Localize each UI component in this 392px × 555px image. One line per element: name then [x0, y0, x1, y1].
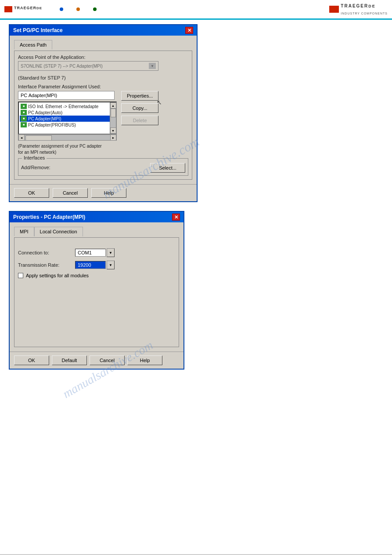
- nav-dots: [60, 7, 97, 11]
- transmission-input-group: 19200 ▼: [75, 261, 115, 269]
- add-remove-label: Add/Remove:: [21, 165, 50, 170]
- interfaces-group-label: Interfaces: [22, 155, 47, 160]
- list-icon-1: ■: [21, 110, 27, 115]
- connection-label: Connection to:: [18, 250, 75, 255]
- apply-checkbox-label: Apply settings for all modules: [26, 273, 89, 278]
- standard-text: (Standard for STEP 7): [18, 75, 188, 80]
- nav-dot-green: [93, 7, 97, 11]
- scroll-thumb[interactable]: [111, 109, 116, 117]
- transmission-row: Transmission Rate: 19200 ▼: [18, 261, 175, 269]
- dialog2-body: MPI Local Connection Connection to: COM1…: [10, 222, 183, 352]
- list-icon-0: ■: [21, 104, 27, 109]
- connection-input-group: COM1 ▼: [75, 248, 115, 257]
- access-point-value: S7ONLINE (STEP 7) --> PC Adapter(MPI): [21, 64, 103, 69]
- interface-buttons: Properties... ↖ Copy... Delete: [121, 91, 158, 141]
- cancel-button-1[interactable]: Cancel: [53, 188, 88, 198]
- logo-name: TRAEGERDE: [341, 4, 388, 12]
- list-icon-3: ■: [21, 122, 27, 127]
- interface-text-input[interactable]: PC Adapter(MPI): [18, 91, 115, 100]
- logo-left: TRAEGERDE: [4, 6, 42, 13]
- nav-dot-blue: [60, 7, 63, 11]
- ok-button-2[interactable]: OK: [14, 355, 49, 365]
- dialog-set-pgpc: Set PG/PC Interface ✕ Access Path Access…: [9, 24, 198, 202]
- main-content: Set PG/PC Interface ✕ Access Path Access…: [0, 20, 392, 383]
- list-item-0[interactable]: ■ ISO Ind. Ethernet -> Ethernetadapte: [20, 103, 115, 109]
- scroll-up-btn[interactable]: ▲: [110, 102, 116, 109]
- dialog2-titlebar: Properties - PC Adapter(MPI) ✕: [10, 212, 183, 222]
- transmission-dropdown-btn[interactable]: ▼: [107, 261, 115, 269]
- dialog1-body: Access Path Access Point of the Applicat…: [10, 36, 197, 184]
- access-point-dropdown[interactable]: S7ONLINE (STEP 7) --> PC Adapter(MPI) ▼: [18, 61, 158, 71]
- hscroll-left-btn[interactable]: ◄: [18, 134, 25, 141]
- logo-text-right: TRAEGERDE INDUSTRY COMPONENTS: [341, 4, 388, 15]
- list-box-inner: ■ ISO Ind. Ethernet -> Ethernetadapte ■ …: [19, 102, 116, 129]
- interfaces-group: Interfaces Add/Remove: Select...: [18, 158, 188, 176]
- list-item-3[interactable]: ■ PC Adapter(PROFIBUS): [20, 122, 115, 128]
- apply-checkbox[interactable]: [18, 273, 23, 278]
- access-point-arrow[interactable]: ▼: [149, 63, 156, 69]
- dialog1-inner: Access Point of the Application: S7ONLIN…: [14, 51, 192, 180]
- logo-icon-right: [329, 6, 339, 13]
- nav-dot-orange: [76, 7, 80, 11]
- dialog1-titlebar: Set PG/PC Interface ✕: [10, 25, 197, 36]
- properties-button[interactable]: Properties...: [121, 91, 158, 101]
- dialog1-title: Set PG/PC Interface: [13, 27, 63, 33]
- dialog2-inner: Connection to: COM1 ▼ Transmission Rate:…: [14, 237, 179, 347]
- dialog1-bottom-buttons: OK Cancel Help: [10, 184, 197, 201]
- logo-icon-left: [4, 6, 12, 12]
- tab-access-path[interactable]: Access Path: [14, 40, 52, 50]
- dialog2-title: Properties - PC Adapter(MPI): [13, 214, 85, 220]
- transmission-input[interactable]: 19200: [75, 261, 106, 269]
- help-button-1[interactable]: Help: [91, 188, 126, 198]
- hscroll-track: [25, 135, 110, 140]
- transmission-label: Transmission Rate:: [18, 262, 75, 268]
- interface-listbox-container: ■ ISO Ind. Ethernet -> Ethernetadapte ■ …: [18, 102, 117, 141]
- dialog2-close-btn[interactable]: ✕: [172, 214, 180, 221]
- dialog1-tabs: Access Path: [14, 40, 192, 50]
- select-button[interactable]: Select...: [150, 163, 185, 173]
- list-item-1[interactable]: ■ PC Adapter(Auto): [20, 109, 115, 116]
- hscroll-thumb[interactable]: [25, 135, 52, 141]
- list-item-2[interactable]: ■ PC Adapter(MPI): [20, 116, 115, 122]
- dialog2-tabs: MPI Local Connection: [14, 227, 179, 236]
- scroll-track: [110, 109, 116, 127]
- dialog2-bottom-buttons: OK Default Cancel Help: [10, 352, 183, 369]
- delete-button[interactable]: Delete: [121, 116, 158, 125]
- apply-checkbox-row: Apply settings for all modules: [18, 273, 175, 278]
- list-vscrollbar[interactable]: ▲ ▼: [110, 102, 116, 134]
- dialog1-close-btn[interactable]: ✕: [185, 27, 193, 34]
- cancel-button-2[interactable]: Cancel: [90, 355, 125, 365]
- logo-right: TRAEGERDE INDUSTRY COMPONENTS: [329, 4, 388, 15]
- tab-local-connection[interactable]: Local Connection: [34, 227, 83, 236]
- tab-mpi[interactable]: MPI: [14, 227, 34, 236]
- list-hscrollbar[interactable]: ◄ ►: [18, 134, 117, 141]
- logo-subtitle: INDUSTRY COMPONENTS: [341, 12, 388, 15]
- connection-input[interactable]: COM1: [75, 249, 106, 257]
- desc-text: (Parameter assignment of your PC adapter…: [18, 143, 188, 156]
- copy-button[interactable]: Copy...: [121, 103, 158, 113]
- header-left: TRAEGERDE: [4, 6, 97, 13]
- header: TRAEGERDE TRAEGERDE INDUSTRY COMPONENTS: [0, 0, 392, 20]
- connection-row: Connection to: COM1 ▼: [18, 248, 175, 257]
- access-point-label: Access Point of the Application:: [18, 54, 188, 60]
- logo-text-left: TRAEGERDE: [14, 6, 42, 13]
- help-button-2[interactable]: Help: [127, 355, 162, 365]
- interface-section-label: Interface Parameter Assignment Used:: [18, 84, 188, 89]
- dialog-properties: Properties - PC Adapter(MPI) ✕ MPI Local…: [9, 211, 184, 370]
- scroll-down-btn[interactable]: ▼: [110, 127, 116, 134]
- hscroll-right-btn[interactable]: ►: [110, 134, 116, 141]
- interface-listbox[interactable]: ■ ISO Ind. Ethernet -> Ethernetadapte ■ …: [18, 102, 117, 134]
- list-icon-2: ■: [21, 116, 27, 121]
- default-button[interactable]: Default: [52, 355, 87, 365]
- ok-button-1[interactable]: OK: [14, 188, 49, 198]
- interface-left: PC Adapter(MPI) ■ ISO Ind. Ethernet -> E…: [18, 91, 117, 141]
- connection-dropdown-btn[interactable]: ▼: [107, 248, 115, 257]
